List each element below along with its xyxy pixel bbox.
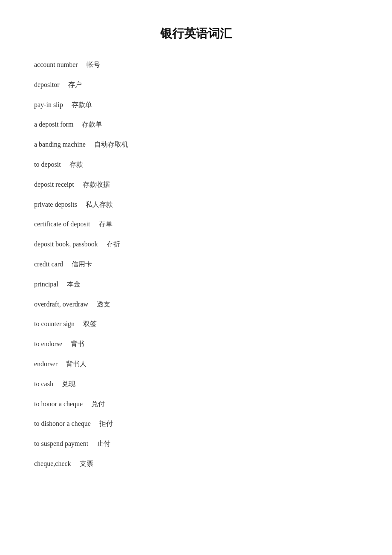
vocab-english-20: to suspend payment bbox=[34, 440, 88, 447]
vocab-english-14: to counter sign bbox=[34, 320, 75, 327]
vocab-english-13: overdraft, overdraw bbox=[34, 301, 88, 308]
vocab-chinese-4: 存款单 bbox=[75, 121, 102, 128]
vocab-english-6: to deposit bbox=[34, 161, 61, 168]
vocab-english-2: depositor bbox=[34, 81, 60, 88]
vocab-english-17: to cash bbox=[34, 380, 53, 387]
vocab-chinese-15: 背书 bbox=[64, 340, 84, 347]
vocabulary-list: account number 帐号depositor 存户pay-in slip… bbox=[34, 59, 358, 470]
vocab-item-15: to endorse 背书 bbox=[34, 338, 358, 350]
vocab-item-19: to dishonor a cheque 拒付 bbox=[34, 418, 358, 430]
vocab-item-20: to suspend payment 止付 bbox=[34, 438, 358, 450]
vocab-chinese-19: 拒付 bbox=[92, 420, 113, 427]
vocab-chinese-8: 私人存款 bbox=[79, 201, 113, 208]
vocab-chinese-18: 兑付 bbox=[84, 400, 105, 408]
vocab-english-10: deposit book, passbook bbox=[34, 240, 98, 248]
vocab-item-17: to cash 兑现 bbox=[34, 378, 358, 390]
vocab-chinese-9: 存单 bbox=[92, 220, 112, 228]
vocab-english-9: certificate of deposit bbox=[34, 220, 90, 228]
vocab-chinese-17: 兑现 bbox=[55, 380, 75, 387]
vocab-chinese-5: 自动存取机 bbox=[87, 141, 128, 148]
vocab-chinese-14: 双签 bbox=[76, 320, 97, 327]
vocab-item-1: account number 帐号 bbox=[34, 59, 358, 71]
vocab-chinese-7: 存款收据 bbox=[76, 181, 110, 188]
vocab-item-18: to honor a cheque 兑付 bbox=[34, 398, 358, 410]
vocab-english-4: a deposit form bbox=[34, 121, 73, 128]
vocab-item-14: to counter sign 双签 bbox=[34, 318, 358, 330]
vocab-english-21: cheque,check bbox=[34, 460, 71, 467]
vocab-item-4: a deposit form 存款单 bbox=[34, 119, 358, 131]
vocab-item-3: pay-in slip 存款单 bbox=[34, 99, 358, 111]
vocab-item-2: depositor 存户 bbox=[34, 79, 358, 91]
vocab-english-12: principal bbox=[34, 280, 58, 288]
vocab-english-7: deposit receipt bbox=[34, 181, 74, 188]
page-title: 银行英语词汇 bbox=[34, 26, 358, 42]
vocab-english-1: account number bbox=[34, 61, 78, 68]
vocab-chinese-21: 支票 bbox=[73, 460, 93, 467]
vocab-chinese-10: 存折 bbox=[100, 240, 120, 248]
vocab-item-16: endorser 背书人 bbox=[34, 358, 358, 370]
vocab-english-19: to dishonor a cheque bbox=[34, 420, 91, 427]
vocab-chinese-2: 存户 bbox=[61, 81, 82, 88]
vocab-item-10: deposit book, passbook 存折 bbox=[34, 238, 358, 251]
vocab-item-21: cheque,check 支票 bbox=[34, 458, 358, 470]
vocab-chinese-6: 存款 bbox=[63, 161, 83, 168]
vocab-item-7: deposit receipt 存款收据 bbox=[34, 179, 358, 191]
vocab-item-5: a banding machine 自动存取机 bbox=[34, 139, 358, 151]
vocab-item-13: overdraft, overdraw 透支 bbox=[34, 298, 358, 311]
vocab-english-15: to endorse bbox=[34, 340, 62, 347]
vocab-chinese-13: 透支 bbox=[90, 301, 110, 308]
vocab-english-8: private deposits bbox=[34, 201, 77, 208]
vocab-english-11: credit card bbox=[34, 260, 63, 268]
vocab-chinese-11: 信用卡 bbox=[65, 260, 92, 268]
vocab-chinese-1: 帐号 bbox=[80, 61, 100, 68]
vocab-item-6: to deposit 存款 bbox=[34, 159, 358, 171]
vocab-chinese-20: 止付 bbox=[90, 440, 110, 447]
vocab-item-11: credit card 信用卡 bbox=[34, 258, 358, 271]
vocab-chinese-3: 存款单 bbox=[65, 101, 92, 108]
vocab-item-12: principal 本金 bbox=[34, 278, 358, 291]
vocab-english-3: pay-in slip bbox=[34, 101, 63, 108]
vocab-item-9: certificate of deposit 存单 bbox=[34, 218, 358, 231]
vocab-chinese-16: 背书人 bbox=[59, 360, 86, 367]
vocab-english-5: a banding machine bbox=[34, 141, 86, 148]
vocab-english-16: endorser bbox=[34, 360, 58, 367]
vocab-chinese-12: 本金 bbox=[60, 280, 81, 288]
vocab-english-18: to honor a cheque bbox=[34, 400, 83, 408]
vocab-item-8: private deposits 私人存款 bbox=[34, 199, 358, 211]
